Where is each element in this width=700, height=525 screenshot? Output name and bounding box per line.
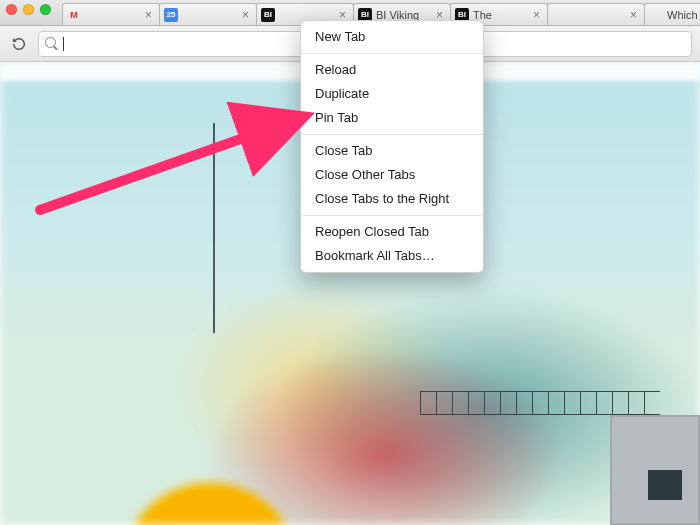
traffic-close-icon[interactable] <box>6 4 17 15</box>
menu-item-pin-tab[interactable]: Pin Tab <box>301 106 483 130</box>
menu-separator <box>301 53 483 54</box>
search-icon <box>45 37 59 51</box>
tab-title: The <box>473 9 531 21</box>
tab-title: Which a <box>667 9 700 21</box>
bi-icon: BI <box>261 8 275 22</box>
close-icon[interactable]: × <box>145 8 155 22</box>
menu-item-new-tab[interactable]: New Tab <box>301 25 483 49</box>
menu-separator <box>301 215 483 216</box>
menu-separator <box>301 134 483 135</box>
close-icon[interactable]: × <box>242 8 252 22</box>
menu-item-bookmark-all[interactable]: Bookmark All Tabs… <box>301 244 483 268</box>
tab-gmail[interactable]: M × <box>62 3 160 25</box>
reload-button[interactable] <box>8 33 30 55</box>
reload-icon <box>11 36 27 52</box>
traffic-zoom-icon[interactable] <box>40 4 51 15</box>
traffic-minimize-icon[interactable] <box>23 4 34 15</box>
menu-item-reopen-closed[interactable]: Reopen Closed Tab <box>301 220 483 244</box>
menu-item-close-tab[interactable]: Close Tab <box>301 139 483 163</box>
window-controls <box>6 4 51 15</box>
gmail-icon: M <box>67 8 81 22</box>
tab-5[interactable]: × <box>547 3 645 25</box>
tab-which-a[interactable]: Which a × <box>644 3 700 25</box>
tab-context-menu: New Tab Reload Duplicate Pin Tab Close T… <box>300 20 484 273</box>
tab-title: BI Viking <box>376 9 434 21</box>
menu-item-close-others[interactable]: Close Other Tabs <box>301 163 483 187</box>
menu-item-reload[interactable]: Reload <box>301 58 483 82</box>
tab-calendar[interactable]: 25 × <box>159 3 257 25</box>
page-icon <box>649 8 663 22</box>
page-icon <box>552 8 566 22</box>
calendar-icon: 25 <box>164 8 178 22</box>
close-icon[interactable]: × <box>533 8 543 22</box>
close-icon[interactable]: × <box>630 8 640 22</box>
menu-item-close-right[interactable]: Close Tabs to the Right <box>301 187 483 211</box>
menu-item-duplicate[interactable]: Duplicate <box>301 82 483 106</box>
